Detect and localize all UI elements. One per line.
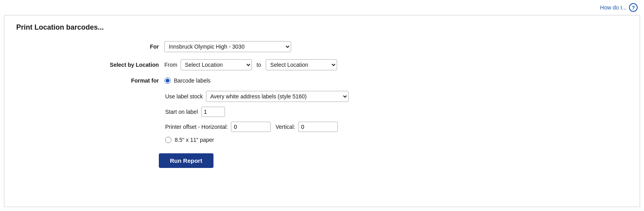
offset-row: Printer offset - Horizontal: Vertical:: [165, 122, 349, 132]
page-title: Print Location barcodes...: [16, 23, 628, 32]
for-row: For Innsbruck Olympic High - 3030: [95, 41, 291, 52]
paper-option-text: 8.5" x 11" paper: [175, 137, 214, 143]
select-by-location-label: Select by Location: [95, 62, 159, 68]
run-report-button[interactable]: Run Report: [159, 153, 213, 168]
label-stock-row: Use label stock Avery white address labe…: [165, 91, 349, 102]
select-by-location-row: Select by Location From Select Location …: [95, 59, 337, 70]
location-to-select[interactable]: Select Location: [266, 59, 337, 70]
help-icon[interactable]: ?: [629, 3, 638, 12]
format-for-row: Format for Barcode labels: [95, 77, 211, 84]
vertical-input[interactable]: [298, 122, 338, 132]
for-select[interactable]: Innsbruck Olympic High - 3030: [164, 41, 291, 52]
barcode-labels-radio[interactable]: [164, 77, 171, 84]
vertical-label: Vertical:: [275, 124, 295, 130]
barcode-labels-text: Barcode labels: [174, 77, 211, 84]
from-label: From: [164, 62, 177, 68]
start-on-label-input[interactable]: [201, 107, 225, 117]
page-wrapper: How do I... ? Print Location barcodes...…: [0, 0, 644, 211]
to-label: to: [255, 62, 263, 68]
main-panel: Print Location barcodes... For Innsbruck…: [4, 15, 640, 207]
indented-rows: Use label stock Avery white address labe…: [165, 91, 349, 143]
start-on-label-text: Start on label: [165, 109, 198, 115]
form-area: For Innsbruck Olympic High - 3030 Select…: [95, 41, 628, 168]
use-label-stock-text: Use label stock: [165, 93, 203, 100]
how-do-i-link[interactable]: How do I...: [600, 4, 627, 11]
label-stock-select[interactable]: Avery white address labels (style 5160): [206, 91, 349, 102]
location-from-select[interactable]: Select Location: [181, 59, 252, 70]
start-label-row: Start on label: [165, 107, 349, 117]
horizontal-input[interactable]: [231, 122, 271, 132]
paper-radio-row: 8.5" x 11" paper: [165, 137, 349, 143]
printer-offset-text: Printer offset - Horizontal:: [165, 124, 228, 130]
for-label: For: [95, 43, 159, 50]
paper-radio[interactable]: [165, 137, 171, 143]
top-bar: How do I... ?: [0, 0, 644, 15]
format-for-label: Format for: [95, 77, 159, 84]
